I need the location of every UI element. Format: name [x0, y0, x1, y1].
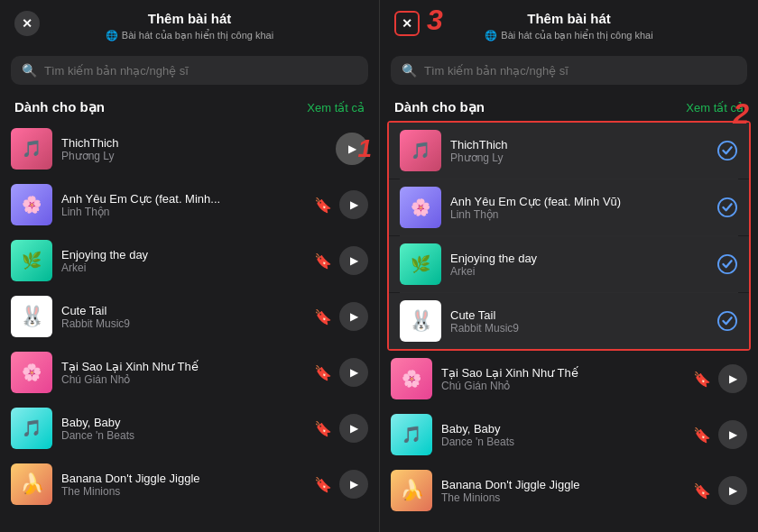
right-checked-item-2[interactable]: 🌿 Enjoying the day Arkei	[389, 236, 749, 292]
left-public-label: 🌐 Bài hát của bạn hiển thị công khai	[106, 30, 273, 41]
check-icon-1	[716, 197, 738, 218]
right-info-4: Tại Sao Lại Xinh Như Thế Chú Gián Nhỏ	[441, 366, 684, 392]
search-icon: 🔍	[22, 63, 37, 78]
song-name-4: Tại Sao Lại Xinh Như Thế	[61, 360, 305, 373]
right-name-3: Cute Tail	[450, 308, 707, 322]
right-search-input[interactable]	[424, 64, 736, 78]
right-artist-3: Rabbit Music9	[450, 322, 707, 335]
song-name-0: ThichThich	[61, 136, 327, 150]
song-info-4: Tại Sao Lại Xinh Như Thế Chú Gián Nhỏ	[61, 360, 305, 386]
right-section-title: Dành cho bạn	[394, 99, 485, 115]
right-play-4[interactable]: ▶	[718, 364, 747, 393]
left-song-item-0[interactable]: 🎵 ThichThich Phương Ly ▶ 1	[0, 121, 379, 177]
song-actions-3: 🔖 ▶	[314, 302, 368, 331]
song-actions-2: 🔖 ▶	[314, 246, 368, 275]
right-title: Thêm bài hát	[527, 11, 611, 26]
right-bookmark-5[interactable]: 🔖	[693, 427, 711, 444]
song-artist-5: Dance 'n Beats	[61, 429, 305, 442]
song-actions-4: 🔖 ▶	[314, 358, 368, 387]
right-name-4: Tại Sao Lại Xinh Như Thế	[441, 366, 684, 380]
song-info-2: Enjoying the day Arkei	[61, 248, 305, 274]
right-thumb-3: 🐰	[400, 300, 441, 342]
right-bookmark-4[interactable]: 🔖	[693, 371, 711, 388]
right-checked-item-0[interactable]: 🎵 ThichThich Phương Ly	[389, 123, 749, 179]
right-thumb-5: 🎵	[391, 414, 432, 455]
right-info-1: Anh Yêu Em Cực (feat. Minh Vũ) Linh Thộn	[450, 195, 707, 221]
song-thumb-6: 🍌	[11, 463, 52, 505]
right-artist-0: Phương Ly	[450, 151, 707, 164]
song-info-6: Banana Don't Jiggle Jiggle The Minions	[61, 472, 305, 498]
right-artist-5: Dance 'n Beats	[441, 436, 684, 448]
right-info-3: Cute Tail Rabbit Music9	[450, 308, 707, 335]
left-song-item-6[interactable]: 🍌 Banana Don't Jiggle Jiggle The Minions…	[0, 456, 379, 512]
bookmark-icon-6[interactable]: 🔖	[314, 476, 332, 493]
song-actions-5: 🔖 ▶	[314, 414, 368, 443]
right-info-5: Baby, Baby Dance 'n Beats	[441, 422, 684, 448]
bookmark-icon-4[interactable]: 🔖	[314, 364, 332, 381]
song-thumb-0: 🎵	[11, 128, 52, 170]
play-button-2[interactable]: ▶	[339, 246, 368, 275]
song-actions-6: 🔖 ▶	[314, 470, 368, 499]
left-section-header: Dành cho bạn Xem tất cả	[0, 92, 379, 121]
left-song-item-1[interactable]: 🌸 Anh Yêu Em Cực (feat. Minh... Linh Thộ…	[0, 177, 379, 233]
right-thumb-2: 🌿	[400, 243, 441, 285]
right-song-item-6[interactable]: 🍌 Banana Don't Jiggle Jiggle The Minions…	[380, 463, 758, 518]
right-song-item-5[interactable]: 🎵 Baby, Baby Dance 'n Beats 🔖 ▶	[380, 407, 758, 463]
right-artist-4: Chú Gián Nhỏ	[441, 380, 684, 392]
bookmark-icon-5[interactable]: 🔖	[314, 420, 332, 437]
bookmark-icon-3[interactable]: 🔖	[314, 308, 332, 326]
right-play-6[interactable]: ▶	[718, 476, 747, 505]
right-section-header: Dành cho bạn Xem tất cả 2	[380, 92, 758, 121]
left-song-item-5[interactable]: 🎵 Baby, Baby Dance 'n Beats 🔖 ▶	[0, 400, 379, 456]
song-info-0: ThichThich Phương Ly	[61, 136, 327, 162]
right-artist-1: Linh Thộn	[450, 208, 707, 221]
checked-songs-box: 🎵 ThichThich Phương Ly 🌸	[387, 121, 751, 351]
left-song-item-3[interactable]: 🐰 Cute Tail Rabbit Music9 🔖 ▶	[0, 289, 379, 344]
badge-2: 2	[733, 97, 749, 131]
right-actions-4: 🔖 ▶	[693, 364, 747, 393]
right-search-bar[interactable]: 🔍	[391, 56, 747, 85]
left-close-button[interactable]: ✕	[14, 11, 40, 36]
right-name-2: Enjoying the day	[450, 252, 707, 265]
badge-1: 1	[357, 134, 372, 163]
song-thumb-3: 🐰	[11, 296, 52, 337]
left-see-all[interactable]: Xem tất cả	[307, 101, 365, 115]
globe-icon-right: 🌐	[485, 30, 497, 41]
bookmark-icon-1[interactable]: 🔖	[314, 197, 332, 214]
right-play-5[interactable]: ▶	[718, 420, 747, 449]
song-thumb-1: 🌸	[11, 184, 52, 225]
right-bookmark-6[interactable]: 🔖	[693, 482, 711, 500]
left-song-item-4[interactable]: 🌸 Tại Sao Lại Xinh Như Thế Chú Gián Nhỏ …	[0, 344, 379, 400]
song-name-3: Cute Tail	[61, 304, 305, 317]
play-button-4[interactable]: ▶	[339, 358, 368, 387]
right-song-item-4[interactable]: 🌸 Tại Sao Lại Xinh Như Thế Chú Gián Nhỏ …	[380, 351, 758, 407]
right-thumb-1: 🌸	[400, 187, 441, 228]
song-artist-3: Rabbit Music9	[61, 317, 305, 330]
song-info-5: Baby, Baby Dance 'n Beats	[61, 416, 305, 442]
right-close-button[interactable]: ✕	[394, 11, 420, 36]
badge-3: 3	[427, 4, 443, 37]
check-icon-2	[716, 253, 738, 275]
song-thumb-4: 🌸	[11, 352, 52, 393]
right-info-6: Banana Don't Jiggle Jiggle The Minions	[441, 478, 684, 504]
right-thumb-4: 🌸	[391, 358, 432, 399]
right-artist-2: Arkei	[450, 265, 707, 278]
left-search-input[interactable]	[44, 64, 357, 78]
left-song-item-2[interactable]: 🌿 Enjoying the day Arkei 🔖 ▶	[0, 233, 379, 289]
play-button-1[interactable]: ▶	[339, 190, 368, 219]
play-button-5[interactable]: ▶	[339, 414, 368, 443]
right-thumb-0: 🎵	[400, 130, 441, 171]
song-thumb-5: 🎵	[11, 408, 52, 449]
song-thumb-2: 🌿	[11, 240, 52, 281]
play-button-3[interactable]: ▶	[339, 302, 368, 331]
song-info-1: Anh Yêu Em Cực (feat. Minh... Linh Thộn	[61, 192, 305, 218]
right-info-2: Enjoying the day Arkei	[450, 252, 707, 278]
bookmark-icon-2[interactable]: 🔖	[314, 252, 332, 270]
play-button-6[interactable]: ▶	[339, 470, 368, 499]
right-checked-item-1[interactable]: 🌸 Anh Yêu Em Cực (feat. Minh Vũ) Linh Th…	[389, 179, 749, 235]
song-artist-0: Phương Ly	[61, 150, 327, 162]
right-checked-item-3[interactable]: 🐰 Cute Tail Rabbit Music9	[389, 293, 749, 349]
left-header: ✕ Thêm bài hát 🌐 Bài hát của bạn hiển th…	[0, 0, 379, 49]
right-song-list: 🎵 ThichThich Phương Ly 🌸	[380, 121, 758, 532]
left-search-bar[interactable]: 🔍	[11, 56, 368, 85]
